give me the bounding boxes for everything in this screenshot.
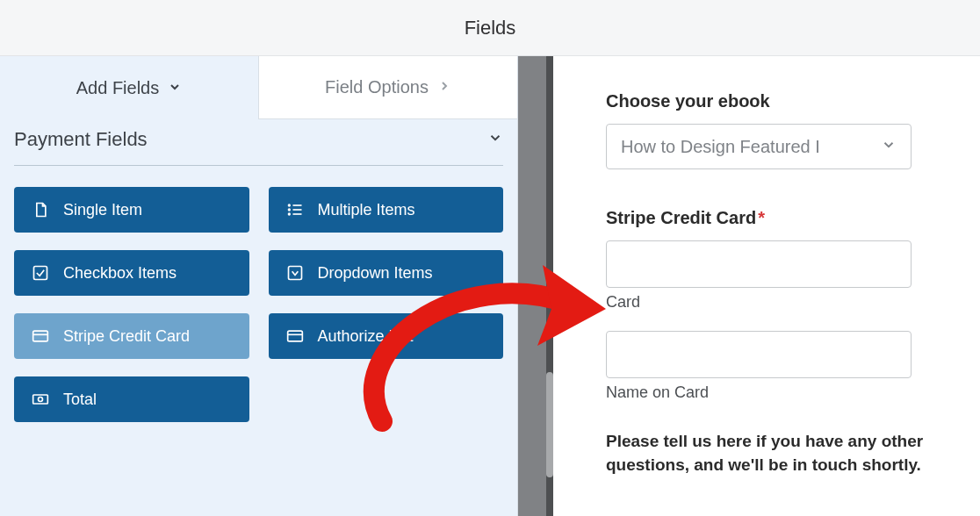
page-title: Fields: [0, 0, 980, 56]
card-sublabel: Card: [606, 293, 948, 312]
form-preview: Choose your ebook How to Design Featured…: [553, 56, 980, 516]
svg-point-4: [288, 209, 290, 211]
left-panel: Add Fields Field Options Payment Fields: [0, 56, 518, 516]
chevron-down-icon: [168, 78, 182, 98]
panel-tabs: Add Fields Field Options: [0, 56, 517, 119]
name-on-card-input[interactable]: [606, 331, 912, 378]
svg-rect-10: [287, 331, 302, 341]
field-label: Single Item: [63, 201, 142, 219]
chevron-right-icon: [437, 77, 451, 97]
svg-rect-7: [288, 267, 301, 280]
svg-point-13: [39, 398, 43, 402]
ebook-label: Choose your ebook: [606, 91, 948, 111]
list-icon: [286, 201, 304, 219]
field-authorize-net[interactable]: Authorize.Net: [269, 313, 504, 359]
field-stripe-credit-card[interactable]: Stripe Credit Card: [14, 313, 249, 359]
tab-add-fields[interactable]: Add Fields: [0, 56, 258, 119]
tab-field-options[interactable]: Field Options: [258, 56, 517, 119]
file-icon: [32, 201, 49, 219]
tab-field-options-label: Field Options: [325, 77, 429, 97]
svg-rect-12: [33, 395, 48, 404]
card-input[interactable]: [606, 240, 912, 288]
svg-rect-8: [33, 331, 48, 341]
field-multiple-items[interactable]: Multiple Items: [269, 187, 504, 233]
scrollbar[interactable]: [518, 56, 553, 516]
section-title: Payment Fields: [14, 128, 148, 151]
field-label: Total: [63, 391, 97, 409]
field-label: Multiple Items: [318, 201, 415, 219]
credit-card-icon: [286, 327, 304, 345]
section-header[interactable]: Payment Fields: [0, 119, 517, 151]
chevron-down-icon: [881, 137, 897, 157]
stripe-label: Stripe Credit Card: [606, 208, 756, 227]
required-mark: *: [758, 208, 765, 227]
chevron-down-icon: [487, 128, 503, 151]
credit-card-icon: [32, 327, 49, 345]
field-label: Checkbox Items: [63, 264, 177, 283]
svg-rect-6: [34, 267, 47, 280]
workspace: Add Fields Field Options Payment Fields: [0, 56, 980, 516]
help-text: Please tell us here if you have any othe…: [606, 430, 948, 477]
ebook-select[interactable]: How to Design Featured I: [606, 124, 912, 169]
checkbox-icon: [32, 264, 49, 282]
field-dropdown-items[interactable]: Dropdown Items: [269, 250, 504, 296]
stripe-label-row: Stripe Credit Card*: [606, 208, 948, 228]
tab-add-fields-label: Add Fields: [76, 78, 160, 98]
svg-point-5: [288, 213, 290, 215]
svg-point-3: [288, 204, 290, 206]
money-icon: [32, 391, 49, 408]
field-single-item[interactable]: Single Item: [14, 187, 249, 233]
field-label: Dropdown Items: [318, 264, 433, 283]
field-label: Authorize.Net: [318, 327, 414, 346]
caret-square-down-icon: [286, 264, 304, 282]
field-checkbox-items[interactable]: Checkbox Items: [14, 250, 249, 296]
ebook-select-value: How to Design Featured I: [621, 137, 820, 157]
field-total[interactable]: Total: [14, 376, 249, 422]
field-label: Stripe Credit Card: [63, 327, 190, 346]
payment-fields-grid: Single Item Multiple Items Checkbox Item…: [0, 166, 517, 436]
name-on-card-sublabel: Name on Card: [606, 383, 948, 402]
